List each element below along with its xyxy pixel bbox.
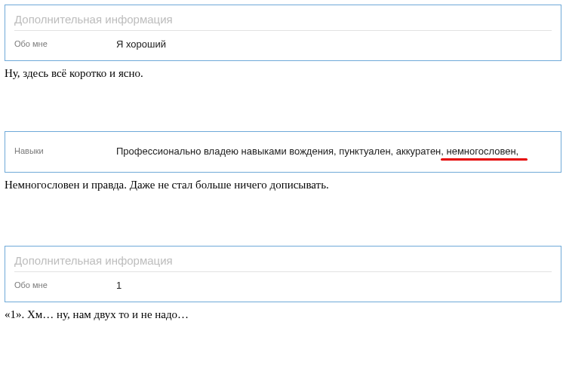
skills-text: Профессионально владею навыками вождения… [116, 145, 518, 157]
card-header: Дополнительная информация [14, 254, 552, 272]
commentary-3: «1». Хм… ну, нам двух то и не надо… [5, 308, 561, 321]
field-label: Навыки [14, 145, 116, 155]
spacer [5, 191, 561, 246]
red-underline-annotation [441, 158, 528, 161]
field-row: Навыки Профессионально владею навыками в… [14, 145, 552, 157]
info-card-1: Дополнительная информация Обо мне Я хоро… [5, 5, 561, 61]
field-label: Обо мне [14, 38, 116, 48]
field-label: Обо мне [14, 280, 116, 289]
commentary-2: Немногословен и правда. Даже не стал бол… [5, 179, 561, 191]
field-value: Я хороший [116, 38, 166, 50]
field-value: 1 [116, 280, 122, 291]
commentary-1: Ну, здесь всё коротко и ясно. [5, 67, 561, 80]
info-card-3: Дополнительная информация Обо мне 1 [5, 246, 561, 302]
field-row: Обо мне Я хороший [14, 38, 552, 50]
field-row: Обо мне 1 [14, 280, 552, 291]
spacer [5, 80, 561, 131]
info-card-2: Навыки Профессионально владею навыками в… [5, 131, 561, 173]
card-header: Дополнительная информация [14, 13, 552, 31]
field-value-skills: Профессионально владею навыками вождения… [116, 145, 518, 157]
